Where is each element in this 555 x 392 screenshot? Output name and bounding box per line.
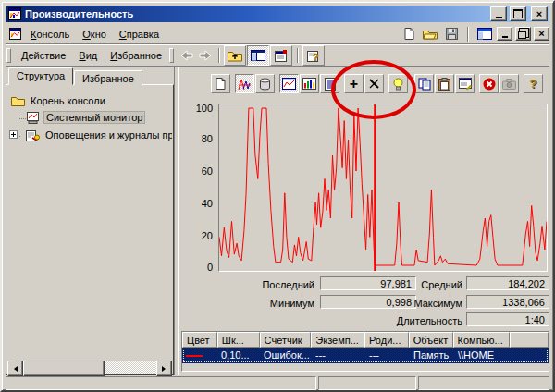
tab-structure[interactable]: Структура xyxy=(8,67,73,85)
view-graph-button[interactable] xyxy=(279,74,299,93)
console-app-icon xyxy=(6,26,24,43)
stat-min-label: Минимум xyxy=(233,298,314,309)
stat-avg-value: 184,202 xyxy=(466,276,549,290)
new-counter-set-button[interactable] xyxy=(211,74,230,93)
view-log-data-button[interactable] xyxy=(255,74,275,93)
child-close-button[interactable]: × xyxy=(534,27,549,41)
copy-properties-button[interactable] xyxy=(414,74,434,93)
delete-counter-icon xyxy=(369,79,379,89)
app-window: Производительность × Консоль Окно Справк… xyxy=(0,0,555,392)
tab-structure-label: Структура xyxy=(17,70,65,81)
scrollbar-thumb[interactable] xyxy=(23,361,105,376)
toolbar-separator xyxy=(467,27,469,42)
scroll-right-button[interactable] xyxy=(156,361,172,376)
back-button[interactable] xyxy=(178,47,196,64)
status-segment-1 xyxy=(6,376,316,390)
view-graph-icon xyxy=(282,78,296,90)
properties-icon xyxy=(275,50,288,62)
view-histogram-button[interactable] xyxy=(300,74,319,93)
save-console-button[interactable] xyxy=(442,26,461,43)
col-parent[interactable]: Роди... xyxy=(364,332,409,348)
col-object[interactable]: Объект xyxy=(409,332,453,348)
tree-connector xyxy=(18,104,18,137)
y-tick-20: 20 xyxy=(183,230,213,241)
open-console-button[interactable] xyxy=(421,26,439,43)
menu-action[interactable]: Действие xyxy=(15,48,72,63)
up-one-level-button[interactable] xyxy=(224,45,246,66)
status-bar xyxy=(6,376,549,390)
forward-button[interactable] xyxy=(196,47,215,64)
status-segment-3 xyxy=(418,376,549,390)
update-data-button[interactable] xyxy=(500,74,519,93)
plus-box-icon xyxy=(9,130,18,139)
pane-splitter[interactable] xyxy=(174,67,179,375)
update-data-camera-icon xyxy=(502,79,516,90)
col-counter[interactable]: Счетчик xyxy=(260,332,312,348)
close-button[interactable]: × xyxy=(531,6,548,21)
scrollbar-track[interactable] xyxy=(105,361,156,374)
sysmon-properties-button[interactable] xyxy=(455,74,475,93)
menu-favorites[interactable]: Избранное xyxy=(104,48,168,63)
stat-max-label: Максимум xyxy=(400,298,462,309)
add-counter-button[interactable]: + xyxy=(344,74,364,93)
tree-panes-icon xyxy=(251,50,265,61)
child-minimize-icon xyxy=(502,36,508,38)
col-empty[interactable] xyxy=(510,332,549,348)
menu-bar: Консоль Окно Справка × xyxy=(6,24,549,44)
performance-chart xyxy=(218,104,548,272)
menu-view[interactable]: Вид xyxy=(72,48,104,63)
freeze-display-button[interactable] xyxy=(479,74,499,93)
properties-button[interactable] xyxy=(270,45,292,66)
menu-window[interactable]: Окно xyxy=(76,27,113,42)
col-scale[interactable]: Шк... xyxy=(217,332,260,348)
tab-favorites[interactable]: Избранное xyxy=(74,70,142,85)
action-toolbar: Действие Вид Избранное ? xyxy=(6,45,549,67)
sysmon-help-button[interactable]: ? xyxy=(524,74,543,93)
child-restore-button[interactable] xyxy=(515,27,531,41)
toolbar-gripper[interactable] xyxy=(6,48,11,63)
tree-item-system-monitor[interactable]: Системный монитор xyxy=(26,110,145,125)
y-tick-100: 100 xyxy=(183,103,213,114)
view-current-activity-icon xyxy=(238,78,252,91)
cell-object: Память xyxy=(410,348,454,363)
new-counter-set-icon xyxy=(216,78,226,90)
col-instance[interactable]: Экземп... xyxy=(311,332,364,348)
tree-item-console-root[interactable]: Корень консоли xyxy=(11,93,107,108)
view-report-button[interactable] xyxy=(320,74,339,93)
menu-help[interactable]: Справка xyxy=(113,27,166,42)
y-tick-80: 80 xyxy=(183,133,213,144)
show-hide-tree-button[interactable] xyxy=(247,45,269,66)
freeze-display-icon xyxy=(483,78,496,91)
toolbar-separator xyxy=(297,48,299,63)
paste-counter-list-button[interactable] xyxy=(435,74,454,93)
view-histogram-icon xyxy=(302,78,316,90)
child-minimize-button[interactable] xyxy=(497,27,512,41)
col-color[interactable]: Цвет xyxy=(182,332,217,348)
sysmon-help-icon: ? xyxy=(530,77,537,91)
tree-connector xyxy=(18,136,20,137)
console-window-icon[interactable] xyxy=(475,26,494,43)
scroll-left-button[interactable] xyxy=(7,361,23,376)
child-restore-icon xyxy=(518,31,526,39)
toolbar-separator xyxy=(218,48,220,63)
counter-row-selected[interactable]: 0,10... Ошибок... --- --- Память \\HOME xyxy=(182,348,549,363)
help-button[interactable]: ? xyxy=(302,45,325,66)
view-current-activity-button[interactable] xyxy=(235,74,254,93)
y-tick-60: 60 xyxy=(183,165,213,177)
tree-connector xyxy=(18,118,26,119)
add-counter-icon: + xyxy=(350,78,358,91)
minimize-button[interactable] xyxy=(490,6,507,21)
col-computer[interactable]: Компью... xyxy=(453,332,511,348)
tree-item-alerts-logs[interactable]: Оповещения и журналы прои xyxy=(26,128,172,142)
new-console-button[interactable] xyxy=(400,26,418,43)
y-tick-0: 0 xyxy=(183,262,213,273)
stat-last-label: Последний xyxy=(233,279,314,290)
toolbar-gripper-2[interactable] xyxy=(169,48,174,63)
maximize-button[interactable] xyxy=(510,6,526,21)
tree-expand-button[interactable] xyxy=(9,130,18,139)
menu-console[interactable]: Консоль xyxy=(24,27,76,42)
highlight-button[interactable] xyxy=(388,74,408,93)
delete-counter-button[interactable] xyxy=(364,74,384,93)
forward-icon xyxy=(198,50,213,61)
cell-computer: \\HOME xyxy=(454,348,512,363)
